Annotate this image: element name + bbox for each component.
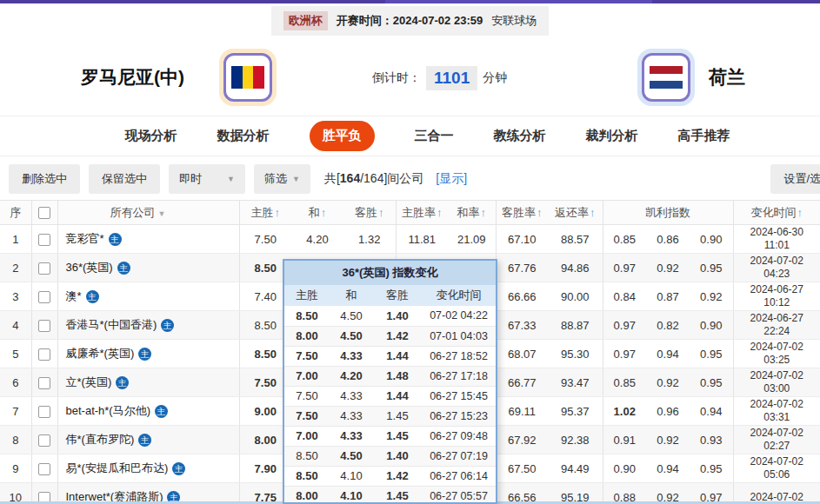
company-cell[interactable]: bet-at-h*(马尔他)主: [57, 397, 239, 426]
away-rate: 66.66: [496, 282, 548, 311]
odds-change-popup: 36*(英国) 指数变化 主胜 和 客胜 变化时间 8.504.501.4007…: [283, 259, 497, 504]
select-all-checkbox[interactable]: [38, 207, 50, 219]
row-checkbox[interactable]: [38, 234, 50, 246]
row-seq: 3: [0, 282, 31, 311]
company-cell[interactable]: 香港马*(中国香港)主: [57, 311, 239, 340]
romania-flag-icon: [231, 66, 264, 89]
popup-home-odds: 8.00: [284, 326, 330, 346]
countdown-label: 倒计时：: [372, 70, 421, 86]
chevron-down-icon: ▼: [227, 175, 235, 183]
row-checkbox[interactable]: [38, 348, 50, 361]
popup-draw-odds: 4.33: [330, 406, 373, 426]
popup-header-away: 客胜: [373, 285, 422, 306]
header-draw-odds[interactable]: 和↑: [291, 201, 343, 225]
main-badge-icon: 主: [116, 376, 129, 389]
home-odds[interactable]: 7.50: [239, 225, 291, 254]
row-seq: 9: [0, 454, 31, 483]
show-link[interactable]: [显示]: [436, 171, 467, 187]
row-checkbox[interactable]: [38, 320, 50, 332]
change-time: 2024-06-2710:12: [733, 282, 820, 311]
kelly-draw: 0.86: [646, 225, 690, 254]
tab-referee-analysis[interactable]: 裁判分析: [586, 128, 638, 144]
header-away-rate[interactable]: 客胜率↑: [496, 201, 548, 225]
away-flag-halo: [637, 49, 695, 106]
row-checkbox[interactable]: [38, 291, 50, 303]
popup-change-time: 06-27 18:52: [422, 346, 496, 366]
countdown: 倒计时： 1101 分钟: [372, 66, 507, 90]
popup-draw-odds: 4.33: [330, 386, 373, 406]
popup-home-odds: 7.50: [284, 346, 330, 366]
return-rate: 95.30: [548, 340, 603, 368]
settings-button[interactable]: 设置/选: [770, 164, 820, 194]
popup-away-odds: 1.45: [373, 486, 422, 504]
popup-row: 7.004.201.4806-27 17:18: [284, 366, 496, 386]
tab-coach-analysis[interactable]: 教练分析: [494, 128, 546, 144]
kelly-draw: 0.94: [646, 454, 690, 483]
keep-selected-button[interactable]: 保留选中: [89, 164, 160, 194]
popup-away-odds: 1.48: [373, 366, 422, 386]
filter-dropdown[interactable]: 筛选 ▼: [254, 164, 310, 194]
header-return-rate[interactable]: 返还率↑: [548, 201, 603, 225]
filter-dropdown-label: 筛选: [264, 171, 287, 187]
league-badge[interactable]: 欧洲杯: [283, 11, 328, 30]
top-accent-bar-segment: [385, 0, 652, 3]
popup-row: 7.504.331.4406-27 15:45: [284, 386, 496, 406]
header-change-time[interactable]: 变化时间↑: [733, 201, 820, 225]
popup-home-odds: 7.50: [284, 386, 330, 406]
popup-row: 7.504.331.4406-27 18:52: [284, 346, 496, 366]
tab-expert-recommend[interactable]: 高手推荐: [678, 128, 730, 144]
row-checkbox[interactable]: [38, 434, 50, 447]
row-checkbox-cell: [31, 254, 57, 282]
header-home-odds[interactable]: 主胜↑: [239, 201, 291, 225]
popup-change-time: 06-27 15:45: [422, 386, 496, 406]
popup-away-odds: 1.45: [373, 406, 422, 426]
company-cell[interactable]: 威廉希*(英国)主: [57, 340, 239, 368]
row-checkbox[interactable]: [38, 406, 50, 418]
page: 欧洲杯 开赛时间：2024-07-02 23:59 安联球场 罗马尼亚(中) 倒…: [0, 0, 820, 504]
company-cell[interactable]: 易*(安提瓜和巴布达)主: [57, 454, 239, 483]
sort-up-icon: ↑: [481, 206, 487, 219]
kelly-away: 0.95: [690, 368, 733, 397]
company-cell[interactable]: 伟*(直布罗陀)主: [57, 426, 239, 454]
company-cell[interactable]: 立*(英国)主: [57, 368, 239, 397]
row-seq: 7: [0, 397, 31, 426]
away-rate: 67.33: [496, 311, 548, 340]
company-name: 立*(英国): [66, 375, 112, 388]
sort-up-icon: ↑: [321, 206, 327, 219]
away-rate: 67.92: [496, 426, 548, 454]
sort-up-icon: ↑: [437, 206, 443, 219]
company-cell[interactable]: 澳*主: [57, 282, 239, 311]
kelly-home: 0.91: [603, 426, 646, 454]
popup-row: 7.004.331.4506-27 09:48: [284, 426, 496, 446]
header-home-rate[interactable]: 主胜率↑: [396, 201, 448, 225]
row-seq: 1: [0, 225, 31, 254]
tab-win-draw-lose[interactable]: 胜平负: [310, 121, 375, 151]
company-cell[interactable]: 36*(英国)主: [57, 254, 239, 282]
popup-draw-odds: 4.50: [330, 446, 373, 466]
tab-data-analysis[interactable]: 数据分析: [217, 128, 270, 144]
delete-selected-button[interactable]: 删除选中: [9, 164, 80, 194]
tab-live-analysis[interactable]: 现场分析: [125, 128, 177, 144]
row-checkbox[interactable]: [38, 377, 50, 389]
row-checkbox[interactable]: [38, 463, 50, 475]
popup-change-time: 06-27 05:57: [422, 486, 496, 504]
company-cell[interactable]: 竞彩官*主: [57, 225, 239, 254]
draw-odds: 4.20: [291, 225, 343, 254]
kelly-away: 0.95: [690, 340, 733, 368]
header-draw-rate[interactable]: 和率↑: [448, 201, 496, 225]
sort-up-icon: ↑: [797, 206, 803, 219]
row-checkbox[interactable]: [38, 262, 50, 275]
away-rate: 69.11: [496, 397, 548, 426]
row-checkbox-cell: [31, 311, 57, 340]
instant-dropdown[interactable]: 即时 ▼: [169, 164, 245, 194]
company-name: bet-at-h*(马尔他): [66, 404, 151, 417]
chevron-down-icon: ▼: [292, 175, 300, 183]
popup-row: 8.504.101.4206-27 06:14: [284, 466, 496, 486]
row-seq: 5: [0, 340, 31, 368]
tab-three-in-one[interactable]: 三合一: [415, 128, 454, 144]
header-company[interactable]: 所有公司▼: [57, 201, 239, 225]
kelly-home: 0.97: [603, 311, 646, 340]
header-away-odds[interactable]: 客胜↑: [343, 201, 396, 225]
popup-header-home: 主胜: [284, 285, 330, 306]
popup-away-odds: 1.40: [373, 306, 422, 326]
